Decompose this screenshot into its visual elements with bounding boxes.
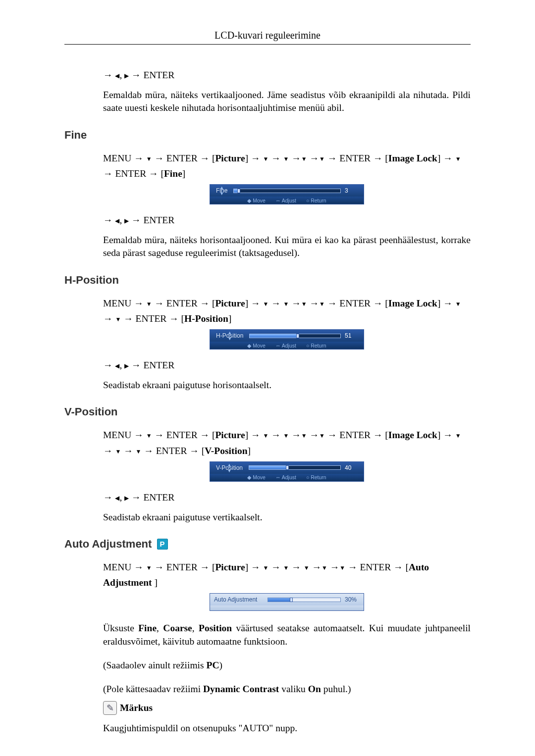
osd-progress-handle <box>290 598 293 602</box>
path-text: → <box>310 430 320 440</box>
nav-enter-line: → ◀, ▶ → ENTER <box>103 69 471 81</box>
osd-hint-text: Adjust <box>282 474 296 480</box>
text-run: valiku <box>279 684 308 694</box>
triangle-down-icon: ▼ <box>304 563 310 573</box>
text-bold: On <box>308 684 321 694</box>
osd-slider-fill <box>250 334 296 338</box>
osd-slider-handle[interactable] <box>296 334 299 338</box>
text-run: puhul.) <box>321 684 351 694</box>
osd-hint-return: ○ Return <box>306 198 326 203</box>
path-text: ] → <box>245 298 261 308</box>
osd-hint-text: Move <box>253 198 266 203</box>
triangle-left-icon: ◀ <box>115 72 119 80</box>
path-bold: V-Position <box>205 446 247 456</box>
triangle-down-icon: ▼ <box>283 563 289 573</box>
arrow-right-icon: → <box>131 214 141 225</box>
path-text: MENU → <box>103 153 144 163</box>
arrow-right-icon: → <box>103 359 113 370</box>
osd-hint-text: Return <box>311 474 326 480</box>
menu-path-vposition: MENU → ▼ → ENTER → [Picture] → ▼ → ▼ →▼ … <box>103 427 471 458</box>
osd-slider-track[interactable] <box>249 334 341 338</box>
osd-top-row: ▲ Fine ▼ 3 <box>210 185 364 197</box>
path-text: → <box>291 153 301 163</box>
triangle-down-icon: ▼ <box>227 468 232 473</box>
text-bold: Dynamic Contrast <box>203 684 279 694</box>
osd-slider-handle[interactable] <box>286 465 289 470</box>
section-heading-auto-adjustment: Auto Adjustment P <box>64 538 471 551</box>
triangle-down-icon: ▼ <box>321 563 327 573</box>
path-bold: Picture <box>215 153 245 163</box>
triangle-down-icon: ▼ <box>263 300 268 309</box>
osd-auto-adjustment: Auto Adjustment 30% <box>210 593 364 611</box>
nav-enter-line: → ◀, ▶ → ENTER <box>103 492 471 503</box>
osd-slider-fill <box>249 466 286 469</box>
auto-paragraph-4: Kaugjuhtimispuldil on otsenupuks "AUTO" … <box>103 722 471 735</box>
menu-path-hposition: MENU → ▼ → ENTER → [Picture] → ▼ → ▼ →▼ … <box>103 296 471 326</box>
text-bold: PC <box>206 660 219 670</box>
path-text: → ENTER → [ <box>154 562 215 572</box>
path-text: → ENTER → [ <box>327 153 388 163</box>
text-run: , <box>157 623 163 633</box>
osd-value: 30% <box>345 596 360 603</box>
triangle-left-icon: ◀ <box>115 362 119 370</box>
osd-slider-track[interactable] <box>233 189 341 193</box>
diamond-icon: ◆ <box>247 474 251 480</box>
hposition-paragraph: Seadistab ekraani paigutuse horisontaals… <box>103 379 471 392</box>
osd-footer: ◆ Move ↔ Adjust ○ Return <box>210 474 364 481</box>
path-bold: Picture <box>215 562 245 572</box>
osd-fine: ▲ Fine ▼ 3 ◆ Move ↔ Adjust ○ Return <box>210 184 364 204</box>
ring-icon: ○ <box>306 198 309 203</box>
lr-icon: ↔ <box>275 343 281 349</box>
path-text: → <box>291 430 301 440</box>
menu-path-auto-adjustment: MENU → ▼ → ENTER → [Picture] → ▼ → ▼ → ▼… <box>103 559 471 590</box>
text-run: (Saadaolev ainult režiimis <box>103 660 206 670</box>
text-bold: Position <box>199 623 232 633</box>
menu-path-fine: MENU → ▼ → ENTER → [Picture] → ▼ → ▼ →▼ … <box>103 151 471 181</box>
osd-hint-return: ○ Return <box>306 343 326 349</box>
nav-enter-line: → ◀, ▶ → ENTER <box>103 359 471 371</box>
path-text: → ENTER → [ <box>154 153 215 163</box>
arrow-right-icon: → <box>131 492 141 503</box>
lr-icon: ↔ <box>275 474 281 480</box>
path-text: ] → <box>245 430 261 440</box>
path-text: ] → <box>245 153 261 163</box>
osd-top-row: ▲ H-Position ▼ 51 <box>210 330 364 342</box>
path-text: → ENTER → [ <box>327 430 388 440</box>
auto-paragraph-2: (Saadaolev ainult režiimis PC) <box>103 659 471 672</box>
note-row: ✎ Märkus <box>103 701 471 715</box>
osd-hint-move: ◆ Move <box>247 343 266 349</box>
triangle-down-icon: ▼ <box>283 431 289 441</box>
triangle-down-icon: ▼ <box>263 154 268 164</box>
triangle-down-icon: ▼ <box>115 447 121 456</box>
arrow-right-icon: → <box>103 69 113 80</box>
triangle-down-icon: ▼ <box>455 431 461 441</box>
diamond-icon: ◆ <box>247 198 251 203</box>
ring-icon: ○ <box>306 343 309 349</box>
osd-slider-track[interactable] <box>249 465 341 470</box>
triangle-left-icon: ◀ <box>115 217 119 225</box>
section-heading-vposition: V-Position <box>64 405 471 418</box>
path-text: → <box>271 562 281 572</box>
text-bold: Coarse <box>163 623 192 633</box>
enter-label: ENTER <box>143 360 174 370</box>
path-text: → <box>312 562 321 572</box>
manual-page: LCD-kuvari reguleerimine → ◀, ▶ → ENTER … <box>0 0 535 756</box>
path-text: → <box>123 446 133 456</box>
path-text: ] <box>228 313 232 324</box>
triangle-down-icon: ▼ <box>263 563 268 573</box>
note-icon: ✎ <box>103 701 117 715</box>
path-text: ] → <box>245 562 261 572</box>
auto-paragraph-1: Üksuste Fine, Coarse, Position väärtused… <box>103 622 471 648</box>
path-bold: Image Lock <box>388 430 437 440</box>
arrow-right-icon: → <box>103 214 113 225</box>
osd-value: 51 <box>345 332 360 339</box>
path-text: → <box>291 562 301 572</box>
path-bold: Fine <box>164 168 182 179</box>
triangle-down-icon: ▼ <box>219 191 224 196</box>
osd-slider-handle[interactable] <box>237 189 240 193</box>
osd-label-wrap: ▲ Fine ▼ <box>214 187 229 194</box>
osd-top-row: ▲ V-Position ▼ 40 <box>210 462 364 474</box>
triangle-down-icon: ▼ <box>115 315 121 324</box>
path-text: MENU → <box>103 562 144 572</box>
text-run: Üksuste <box>103 623 138 633</box>
